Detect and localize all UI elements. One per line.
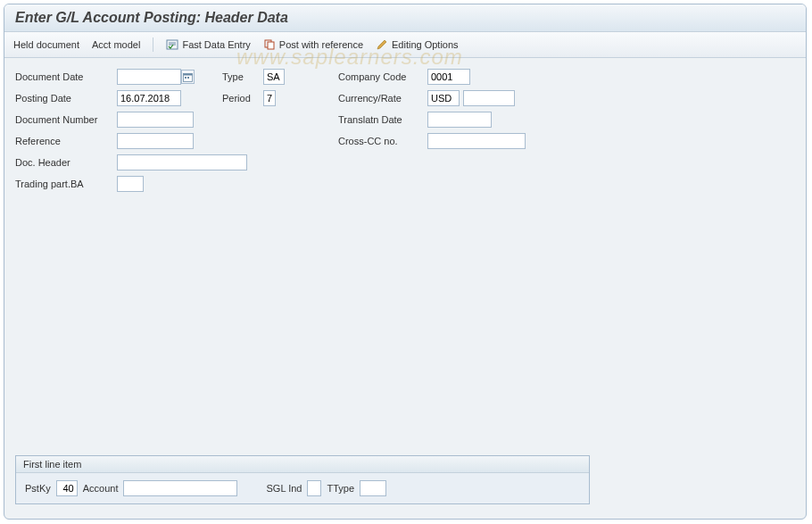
- translatn-date-label: Translatn Date: [338, 114, 427, 125]
- post-with-reference-button[interactable]: Post with reference: [263, 38, 363, 51]
- type-label: Type: [222, 71, 263, 82]
- ttype-input[interactable]: [360, 480, 386, 496]
- first-line-item-title: First line item: [16, 456, 589, 473]
- title-bar: Enter G/L Account Posting: Header Data: [4, 4, 806, 32]
- toolbar-separator: [153, 37, 153, 52]
- company-code-input[interactable]: [427, 69, 470, 85]
- form-column-1: Document Date Posting Date Document Numb…: [15, 67, 222, 194]
- first-line-item-group: First line item PstKy Account SGL Ind TT…: [15, 455, 590, 504]
- form-column-3: Company Code Currency/Rate Translatn Dat…: [338, 67, 588, 194]
- main-window: Enter G/L Account Posting: Header Data H…: [4, 4, 807, 520]
- svg-rect-7: [185, 77, 186, 79]
- period-input[interactable]: [263, 90, 276, 106]
- page-title: Enter G/L Account Posting: Header Data: [15, 10, 795, 26]
- svg-rect-6: [184, 73, 193, 75]
- translatn-date-input[interactable]: [427, 112, 492, 128]
- header-data-form: Document Date Posting Date Document Numb…: [4, 58, 806, 194]
- form-icon: [166, 38, 178, 51]
- currency-rate-label: Currency/Rate: [338, 93, 427, 104]
- date-picker-icon[interactable]: [181, 70, 195, 84]
- sgl-ind-input[interactable]: [307, 480, 321, 496]
- document-number-label: Document Number: [15, 114, 117, 125]
- trading-part-ba-input[interactable]: [117, 176, 144, 192]
- posting-date-input[interactable]: [117, 90, 181, 106]
- cross-cc-no-label: Cross-CC no.: [338, 136, 427, 146]
- rate-input[interactable]: [463, 90, 515, 106]
- fast-data-entry-label: Fast Data Entry: [182, 39, 250, 50]
- cross-cc-no-input[interactable]: [427, 133, 526, 149]
- document-date-label: Document Date: [15, 71, 117, 82]
- trading-part-ba-label: Trading part.BA: [15, 179, 117, 189]
- post-with-reference-label: Post with reference: [279, 39, 363, 50]
- toolbar: Held document Acct model Fast Data Entry…: [4, 32, 806, 58]
- held-document-label: Held document: [13, 39, 79, 50]
- reference-input[interactable]: [117, 133, 194, 149]
- svg-rect-4: [268, 42, 274, 49]
- reference-label: Reference: [15, 136, 117, 146]
- acct-model-button[interactable]: Acct model: [92, 39, 140, 50]
- document-number-input[interactable]: [117, 112, 194, 128]
- ttype-label: TType: [327, 483, 354, 494]
- doc-header-label: Doc. Header: [15, 157, 117, 168]
- sgl-ind-label: SGL Ind: [266, 483, 302, 494]
- form-column-2: Type Period: [222, 67, 338, 194]
- editing-options-button[interactable]: Editing Options: [376, 38, 459, 51]
- currency-input[interactable]: [427, 90, 460, 106]
- period-label: Period: [222, 93, 263, 104]
- pstky-label: PstKy: [25, 483, 51, 494]
- pencil-icon: [376, 38, 388, 51]
- account-label: Account: [83, 483, 119, 494]
- copy-icon: [263, 38, 276, 51]
- posting-date-label: Posting Date: [15, 93, 117, 104]
- type-input[interactable]: [263, 69, 285, 85]
- editing-options-label: Editing Options: [392, 39, 459, 50]
- account-input[interactable]: [123, 480, 237, 496]
- document-date-input[interactable]: [117, 69, 181, 85]
- svg-rect-8: [187, 77, 189, 79]
- first-line-item-body: PstKy Account SGL Ind TType: [16, 473, 589, 503]
- held-document-button[interactable]: Held document: [13, 39, 79, 50]
- company-code-label: Company Code: [338, 71, 427, 82]
- acct-model-label: Acct model: [92, 39, 140, 50]
- fast-data-entry-button[interactable]: Fast Data Entry: [166, 38, 250, 51]
- pstky-input[interactable]: [56, 480, 78, 496]
